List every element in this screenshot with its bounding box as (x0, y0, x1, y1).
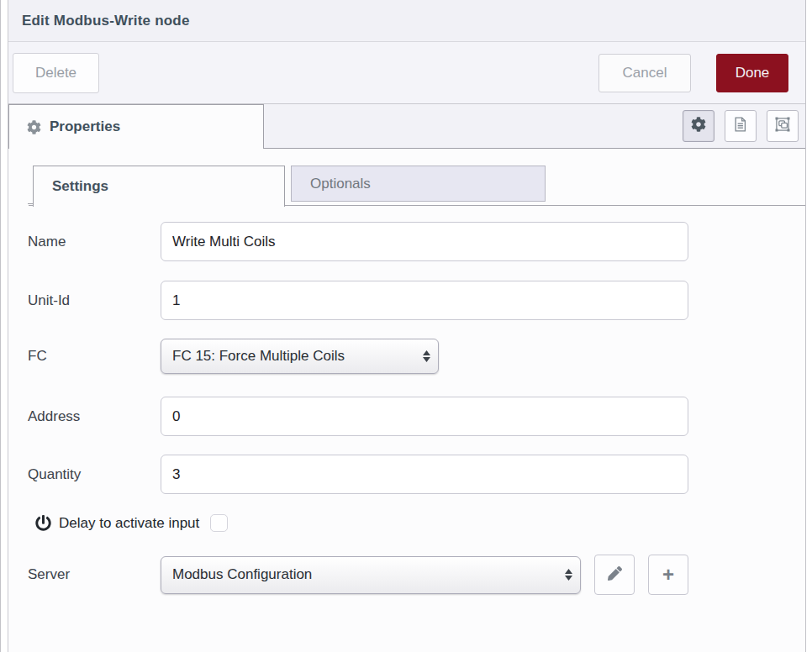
tab-settings[interactable]: Settings (33, 166, 285, 207)
cancel-button[interactable]: Cancel (598, 54, 691, 92)
settings-form: Name Unit-Id FC FC 15: Force Multiple Co… (8, 206, 805, 595)
delete-button[interactable]: Delete (13, 53, 99, 93)
tray-header: Edit Modbus-Write node (8, 0, 805, 42)
tab-optionals[interactable]: Optionals (291, 166, 546, 202)
add-server-button[interactable]: + (648, 555, 688, 595)
server-select[interactable]: Modbus Configuration (161, 556, 581, 594)
settings-optionals-tabs: Settings Optionals (29, 166, 805, 206)
node-appearance-icon (774, 116, 791, 136)
name-label: Name (28, 234, 161, 250)
name-row: Name (28, 222, 805, 261)
fc-row: FC FC 15: Force Multiple Coils (28, 339, 805, 374)
server-select-value: Modbus Configuration (172, 566, 312, 583)
address-input[interactable] (161, 397, 688, 436)
editor-tabs-row: Properties (8, 104, 805, 149)
server-row: Server Modbus Configuration (28, 555, 805, 595)
delay-checkbox[interactable] (210, 514, 228, 532)
unit-id-input[interactable] (161, 281, 688, 320)
node-appearance-tab-button[interactable] (767, 110, 799, 142)
description-tab-button[interactable] (725, 110, 757, 142)
properties-tab-button[interactable] (683, 110, 714, 142)
unit-id-row: Unit-Id (28, 281, 805, 320)
fc-select-value: FC 15: Force Multiple Coils (172, 348, 345, 365)
delay-row: Delay to activate input (16, 514, 805, 532)
gear-icon (691, 117, 706, 135)
server-label: Server (28, 566, 161, 583)
pencil-icon (608, 566, 622, 584)
power-icon (35, 515, 51, 531)
select-stepper-icon (565, 569, 572, 581)
tab-optionals-label: Optionals (310, 176, 371, 192)
gear-icon (27, 120, 41, 134)
server-controls: Modbus Configuration + (161, 555, 688, 595)
quantity-input[interactable] (161, 455, 688, 494)
edit-node-tray: Edit Modbus-Write node Delete Cancel Don… (0, 0, 812, 652)
name-input[interactable] (161, 222, 688, 261)
tray-inner: Edit Modbus-Write node Delete Cancel Don… (8, 0, 806, 652)
tray-toolbar: Delete Cancel Done (8, 42, 805, 104)
done-button[interactable]: Done (716, 54, 788, 92)
delay-label: Delay to activate input (59, 515, 199, 532)
tab-properties-label: Properties (50, 118, 120, 135)
select-stepper-icon (423, 350, 430, 362)
plus-icon: + (662, 565, 674, 585)
edit-server-button[interactable] (594, 555, 635, 595)
editor-tab-buttons (683, 110, 799, 142)
file-icon (732, 116, 749, 136)
dialog-title: Edit Modbus-Write node (22, 13, 190, 29)
quantity-label: Quantity (28, 466, 161, 483)
address-row: Address (28, 397, 805, 436)
quantity-row: Quantity (28, 455, 805, 494)
properties-panel: Settings Optionals Name Unit-Id FC (8, 149, 805, 650)
toolbar-right-group: Cancel Done (598, 54, 788, 92)
fc-select[interactable]: FC 15: Force Multiple Coils (161, 339, 439, 374)
tab-settings-label: Settings (52, 178, 108, 195)
unit-id-label: Unit-Id (28, 292, 161, 309)
tab-properties[interactable]: Properties (8, 104, 264, 149)
address-label: Address (28, 408, 161, 425)
fc-label: FC (28, 348, 161, 365)
